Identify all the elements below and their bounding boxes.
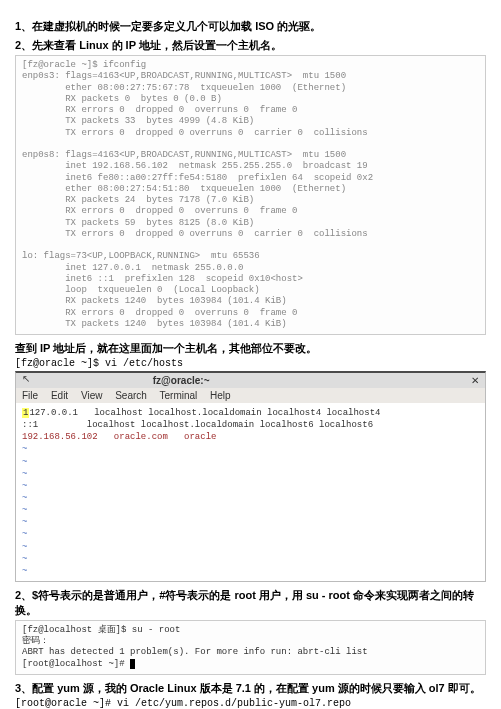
step-3: 2、$符号表示的是普通用户，#符号表示的是 root 用户，用 su - roo… bbox=[15, 588, 486, 618]
menu-view[interactable]: View bbox=[81, 390, 103, 401]
close-icon[interactable]: ✕ bbox=[471, 375, 479, 386]
step-2b: 查到 IP 地址后，就在这里面加一个主机名，其他部位不要改。 bbox=[15, 341, 486, 356]
hosts-ip: 192.168.56.102 bbox=[22, 432, 98, 442]
titlebar-hosts: fz@oracle:~ ✕ bbox=[16, 373, 485, 388]
vi-tilde: ~ bbox=[22, 469, 27, 479]
step-2: 2、先来查看 Linux 的 IP 地址，然后设置一个主机名。 bbox=[15, 38, 486, 53]
menu-terminal[interactable]: Terminal bbox=[160, 390, 198, 401]
vi-tilde: ~ bbox=[22, 542, 27, 552]
hosts-file-body: 1127.0.0.1 localhost localhost.localdoma… bbox=[16, 403, 485, 581]
su-line1: [fz@localhost 桌面]$ su - root bbox=[22, 625, 180, 635]
menu-file[interactable]: File bbox=[22, 390, 38, 401]
vi-tilde: ~ bbox=[22, 493, 27, 503]
cursor-icon bbox=[22, 373, 30, 384]
hosts-line2: ::1 localhost localhost.localdomain loca… bbox=[22, 420, 373, 430]
hosts-line1: 127.0.0.1 localhost localhost.localdomai… bbox=[29, 408, 380, 418]
vi-tilde: ~ bbox=[22, 517, 27, 527]
vi-tilde: ~ bbox=[22, 444, 27, 454]
step-4a: 3、配置 yum 源，我的 Oracle Linux 版本是 7.1 的，在配置… bbox=[15, 681, 486, 696]
window-title: fz@oracle:~ bbox=[153, 375, 210, 386]
menubar: File Edit View Search Terminal Help bbox=[16, 388, 485, 403]
vi-tilde: ~ bbox=[22, 554, 27, 564]
vi-tilde: ~ bbox=[22, 529, 27, 539]
su-block: [fz@localhost 桌面]$ su - root 密码： ABRT ha… bbox=[15, 620, 486, 675]
menu-help[interactable]: Help bbox=[210, 390, 231, 401]
su-line3: ABRT has detected 1 problem(s). For more… bbox=[22, 647, 368, 657]
ifconfig-output: [fz@oracle ~]$ ifconfig enp0s3: flags=41… bbox=[15, 55, 486, 335]
vi-tilde: ~ bbox=[22, 457, 27, 467]
su-line4: [root@localhost ~]# bbox=[22, 659, 125, 669]
terminal-window-hosts: fz@oracle:~ ✕ File Edit View Search Term… bbox=[15, 371, 486, 582]
vi-tilde: ~ bbox=[22, 566, 27, 576]
menu-search[interactable]: Search bbox=[115, 390, 147, 401]
hosts-host: oracle bbox=[184, 432, 216, 442]
cmd-vi-hosts: [fz@oracle ~]$ vi /etc/hosts bbox=[15, 358, 486, 369]
cursor-block bbox=[130, 659, 135, 669]
menu-edit[interactable]: Edit bbox=[51, 390, 68, 401]
vi-tilde: ~ bbox=[22, 505, 27, 515]
step-1: 1、在建虚拟机的时候一定要多定义几个可以加载 ISO 的光驱。 bbox=[15, 19, 486, 34]
vi-tilde: ~ bbox=[22, 481, 27, 491]
cmd-vi-repo: [root@oracle ~]# vi /etc/yum.repos.d/pub… bbox=[15, 698, 486, 709]
su-line2: 密码： bbox=[22, 636, 49, 646]
hosts-fqdn: oracle.com bbox=[114, 432, 168, 442]
